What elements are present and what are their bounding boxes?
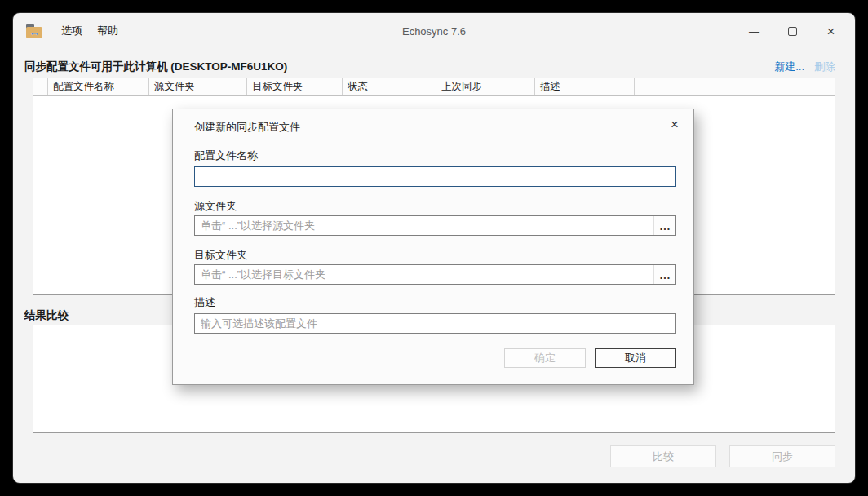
- source-browse-button[interactable]: …: [653, 216, 675, 235]
- column-header-status[interactable]: 状态: [343, 78, 436, 95]
- profiles-actions: 新建... 删除: [774, 60, 835, 74]
- profiles-table-header: 配置文件名称 源文件夹 目标文件夹 状态 上次同步 描述: [33, 78, 835, 96]
- source-folder-label: 源文件夹: [194, 199, 237, 214]
- dialog-title: 创建新的同步配置文件: [194, 120, 300, 135]
- column-header-target-folder[interactable]: 目标文件夹: [247, 78, 343, 95]
- column-header-profile-name[interactable]: 配置文件名称: [48, 78, 149, 95]
- titlebar: ↔ 选项 帮助 Echosync 7.6 — ×: [13, 13, 855, 49]
- ok-button[interactable]: 确定: [504, 348, 586, 368]
- close-button[interactable]: ×: [812, 13, 850, 49]
- target-folder-input[interactable]: [195, 265, 653, 284]
- dialog-close-icon: ×: [671, 117, 679, 133]
- minimize-button[interactable]: —: [735, 13, 773, 49]
- target-folder-input-wrap: …: [194, 264, 676, 285]
- minimize-icon: —: [749, 25, 760, 38]
- dialog-close-button[interactable]: ×: [664, 114, 685, 135]
- menu-help[interactable]: 帮助: [90, 20, 126, 42]
- column-header-filler: [635, 78, 835, 95]
- target-folder-label: 目标文件夹: [194, 248, 247, 263]
- profiles-heading-row: 同步配置文件可用于此计算机 (DESKTOP-MF6U1KO) 新建... 删除: [24, 59, 835, 75]
- results-heading: 结果比较: [24, 308, 69, 323]
- cancel-button[interactable]: 取消: [595, 348, 676, 368]
- maximize-button[interactable]: [773, 13, 812, 49]
- compare-button[interactable]: 比较: [610, 445, 716, 467]
- source-folder-input-wrap: …: [194, 215, 676, 236]
- menu-options[interactable]: 选项: [54, 20, 90, 42]
- app-window: ↔ 选项 帮助 Echosync 7.6 — × 同步配置文件可用于此计算机 (…: [13, 13, 855, 483]
- profile-name-input-wrap: [194, 166, 676, 187]
- description-input[interactable]: [195, 314, 675, 333]
- delete-profile-link[interactable]: 删除: [814, 60, 835, 74]
- profiles-heading: 同步配置文件可用于此计算机 (DESKTOP-MF6U1KO): [24, 60, 287, 74]
- description-input-wrap: [194, 313, 676, 334]
- window-controls: — ×: [735, 13, 850, 49]
- close-icon: ×: [827, 24, 835, 38]
- description-label: 描述: [194, 295, 215, 310]
- source-folder-input[interactable]: [195, 216, 653, 235]
- sync-button[interactable]: 同步: [729, 445, 835, 467]
- create-profile-dialog: 创建新的同步配置文件 × 配置文件名称 源文件夹 … 目标文件夹 … 描述 确定…: [172, 108, 694, 385]
- column-header-description[interactable]: 描述: [535, 78, 635, 95]
- profile-name-label: 配置文件名称: [194, 148, 258, 163]
- profile-name-input[interactable]: [195, 167, 675, 186]
- menubar: 选项 帮助: [54, 20, 126, 42]
- app-icon: ↔: [26, 24, 42, 38]
- target-browse-button[interactable]: …: [653, 265, 675, 284]
- column-header-last-sync[interactable]: 上次同步: [436, 78, 535, 95]
- column-header-source-folder[interactable]: 源文件夹: [149, 78, 247, 95]
- sync-arrow-icon: ↔: [27, 25, 42, 38]
- new-profile-link[interactable]: 新建...: [774, 60, 804, 74]
- bottom-buttons: 比较 同步: [610, 445, 835, 467]
- maximize-icon: [788, 27, 797, 36]
- window-title: Echosync 7.6: [13, 13, 855, 49]
- row-selector-stub[interactable]: [33, 78, 48, 95]
